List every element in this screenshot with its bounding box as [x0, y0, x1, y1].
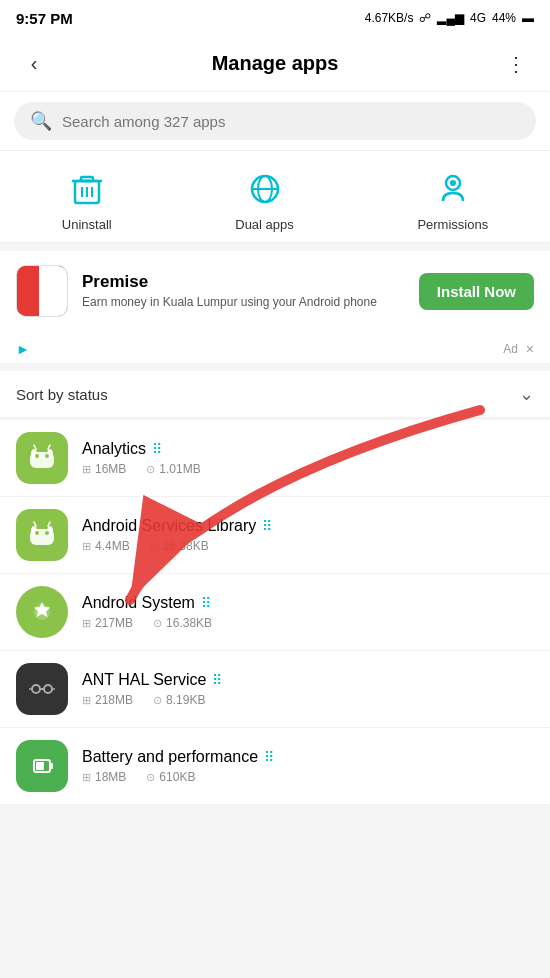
network-type: 4G — [470, 11, 486, 25]
svg-rect-20 — [30, 529, 54, 545]
list-item[interactable]: Android Services Library ⠿ ⊞ 4.4MB ⊙ 16.… — [0, 497, 550, 574]
loading-dots-icon: ⠿ — [264, 749, 276, 765]
status-right: 4.67KB/s ☍ ▂▄▆ 4G 44% ▬ — [365, 11, 534, 25]
svg-point-22 — [45, 531, 49, 535]
app-list: Analytics ⠿ ⊞ 16MB ⊙ 1.01MB — [0, 420, 550, 805]
clock-icon: ⊙ — [146, 771, 155, 784]
svg-line-24 — [48, 522, 50, 526]
app-traffic: ⊙ 16.38KB — [153, 616, 212, 630]
loading-dots-icon: ⠿ — [152, 441, 164, 457]
permissions-icon — [431, 167, 475, 211]
search-input[interactable] — [62, 113, 520, 130]
app-icon — [16, 740, 68, 792]
uninstall-action[interactable]: Uninstall — [62, 167, 112, 232]
sort-bar[interactable]: Sort by status ⌄ — [0, 371, 550, 418]
svg-point-10 — [450, 180, 456, 186]
ad-footer: ► Ad × — [0, 339, 550, 363]
ad-close-button[interactable]: × — [526, 341, 534, 357]
more-icon: ⋮ — [506, 52, 526, 76]
menu-button[interactable]: ⋮ — [498, 46, 534, 82]
app-name: Battery and performance — [82, 748, 258, 766]
status-bar: 9:57 PM 4.67KB/s ☍ ▂▄▆ 4G 44% ▬ — [0, 0, 550, 36]
app-traffic: ⊙ 610KB — [146, 770, 195, 784]
battery-icon: ▬ — [522, 11, 534, 25]
ad-label: Ad — [503, 342, 518, 356]
svg-line-23 — [34, 522, 36, 526]
app-icon — [16, 586, 68, 638]
app-name: Android System — [82, 594, 195, 612]
app-meta: ⊞ 18MB ⊙ 610KB — [82, 770, 534, 784]
chevron-down-icon[interactable]: ⌄ — [519, 383, 534, 405]
storage-icon: ⊞ — [82, 771, 91, 784]
app-name: Analytics — [82, 440, 146, 458]
app-details: Android System ⠿ ⊞ 217MB ⊙ 16.38KB — [82, 594, 534, 630]
app-meta: ⊞ 4.4MB ⊙ 16.38KB — [82, 539, 534, 553]
app-meta: ⊞ 217MB ⊙ 16.38KB — [82, 616, 534, 630]
svg-rect-13 — [30, 452, 54, 468]
back-button[interactable]: ‹ — [16, 46, 52, 82]
install-now-button[interactable]: Install Now — [419, 273, 534, 310]
back-icon: ‹ — [31, 52, 38, 75]
app-size: ⊞ 218MB — [82, 693, 133, 707]
network-speed: 4.67KB/s — [365, 11, 414, 25]
svg-rect-35 — [50, 763, 53, 769]
app-name: Android Services Library — [82, 517, 256, 535]
dual-apps-label: Dual apps — [235, 217, 294, 232]
list-item[interactable]: Android System ⠿ ⊞ 217MB ⊙ 16.38KB — [0, 574, 550, 651]
clock-icon: ⊙ — [153, 617, 162, 630]
storage-icon: ⊞ — [82, 617, 91, 630]
app-name-row: Android System ⠿ — [82, 594, 534, 612]
svg-rect-36 — [36, 762, 44, 770]
app-size: ⊞ 217MB — [82, 616, 133, 630]
clock-icon: ⊙ — [146, 463, 155, 476]
storage-icon: ⊞ — [82, 540, 91, 553]
storage-icon: ⊞ — [82, 463, 91, 476]
battery-level: 44% — [492, 11, 516, 25]
app-size: ⊞ 16MB — [82, 462, 126, 476]
ad-app-desc: Earn money in Kuala Lumpur using your An… — [82, 294, 405, 311]
app-name: ANT HAL Service — [82, 671, 206, 689]
list-item[interactable]: Analytics ⠿ ⊞ 16MB ⊙ 1.01MB — [0, 420, 550, 497]
svg-line-16 — [34, 445, 36, 449]
bluetooth-icon: ☍ — [419, 11, 431, 25]
ad-app-icon — [16, 265, 68, 317]
loading-dots-icon: ⠿ — [212, 672, 224, 688]
app-size: ⊞ 18MB — [82, 770, 126, 784]
list-item[interactable]: ANT HAL Service ⠿ ⊞ 218MB ⊙ 8.19KB — [0, 651, 550, 728]
uninstall-icon — [65, 167, 109, 211]
signal-bars: ▂▄▆ — [437, 11, 464, 25]
app-details: Android Services Library ⠿ ⊞ 4.4MB ⊙ 16.… — [82, 517, 534, 553]
app-name-row: Analytics ⠿ — [82, 440, 534, 458]
dual-apps-action[interactable]: Dual apps — [235, 167, 294, 232]
app-meta: ⊞ 16MB ⊙ 1.01MB — [82, 462, 534, 476]
app-icon — [16, 509, 68, 561]
permissions-label: Permissions — [417, 217, 488, 232]
permissions-action[interactable]: Permissions — [417, 167, 488, 232]
list-item[interactable]: Battery and performance ⠿ ⊞ 18MB ⊙ 610KB — [0, 728, 550, 805]
clock-icon: ⊙ — [153, 694, 162, 707]
loading-dots-icon: ⠿ — [262, 518, 274, 534]
search-bar: 🔍 — [14, 102, 536, 140]
svg-point-21 — [35, 531, 39, 535]
app-traffic: ⊙ 1.01MB — [146, 462, 200, 476]
svg-point-15 — [45, 454, 49, 458]
app-traffic: ⊙ 8.19KB — [153, 693, 205, 707]
app-name-row: ANT HAL Service ⠿ — [82, 671, 534, 689]
status-time: 9:57 PM — [16, 10, 73, 27]
search-icon: 🔍 — [30, 110, 52, 132]
app-name-row: Android Services Library ⠿ — [82, 517, 534, 535]
ad-info: Premise Earn money in Kuala Lumpur using… — [82, 272, 405, 311]
top-bar: ‹ Manage apps ⋮ — [0, 36, 550, 92]
app-details: Analytics ⠿ ⊞ 16MB ⊙ 1.01MB — [82, 440, 534, 476]
ad-app-name: Premise — [82, 272, 405, 292]
page-title: Manage apps — [52, 52, 498, 75]
app-name-row: Battery and performance ⠿ — [82, 748, 534, 766]
storage-icon: ⊞ — [82, 694, 91, 707]
app-size: ⊞ 4.4MB — [82, 539, 130, 553]
app-icon — [16, 432, 68, 484]
play-icon: ► — [16, 341, 30, 357]
app-meta: ⊞ 218MB ⊙ 8.19KB — [82, 693, 534, 707]
search-bar-wrap: 🔍 — [0, 92, 550, 151]
quick-actions: Uninstall Dual apps Permissions — [0, 151, 550, 243]
svg-point-14 — [35, 454, 39, 458]
